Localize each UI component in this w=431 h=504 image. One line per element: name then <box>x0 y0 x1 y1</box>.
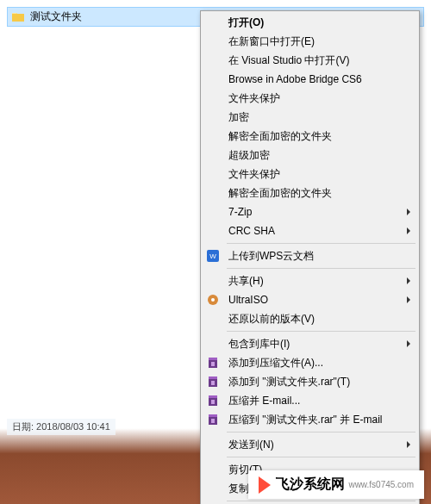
ultraiso-icon <box>206 293 220 307</box>
watermark-url: www.fs0745.com <box>348 480 414 489</box>
rar-icon <box>206 394 220 408</box>
menu-item-label: 发送到(N) <box>228 438 274 451</box>
menu-item-label: 在 Visual Studio 中打开(V) <box>228 53 350 67</box>
menu-item[interactable]: UltraISO <box>203 290 417 309</box>
watermark: 飞沙系统网 www.fs0745.com <box>248 470 424 499</box>
menu-item[interactable]: 共享(H) <box>203 271 417 290</box>
svg-point-3 <box>211 298 215 302</box>
menu-item[interactable]: 加密 <box>203 108 417 127</box>
svg-rect-15 <box>211 419 215 423</box>
svg-rect-8 <box>209 376 217 379</box>
menu-item[interactable]: 发送到(N) <box>203 435 417 454</box>
menu-item-label: 超级加密 <box>228 148 270 162</box>
menu-item[interactable]: 压缩并 E-mail... <box>203 391 417 410</box>
menu-item[interactable]: CRC SHA <box>203 221 417 240</box>
submenu-arrow-icon <box>407 296 410 303</box>
menu-item-label: 打开(O) <box>228 16 264 29</box>
menu-item[interactable]: 文件夹保护 <box>203 89 417 108</box>
menu-item-label: Browse in Adobe Bridge CS6 <box>228 72 362 86</box>
menu-separator <box>227 501 415 501</box>
submenu-arrow-icon <box>407 441 410 448</box>
menu-separator <box>227 243 415 244</box>
menu-item-label: 压缩并 E-mail... <box>228 394 300 408</box>
menu-item-label: 解密全面加密的文件夹 <box>228 186 332 200</box>
menu-item[interactable]: 添加到压缩文件(A)... <box>203 353 417 372</box>
menu-item-label: 添加到 "测试文件夹.rar"(T) <box>228 375 350 389</box>
status-date: 日期: 2018/08/03 10:41 <box>12 421 110 432</box>
menu-item-label: 还原以前的版本(V) <box>228 312 315 326</box>
menu-item[interactable]: 文件夹保护 <box>203 165 417 184</box>
svg-rect-11 <box>209 395 217 398</box>
menu-item-label: 压缩到 "测试文件夹.rar" 并 E-mail <box>228 413 383 426</box>
file-name: 测试文件夹 <box>30 9 203 24</box>
menu-separator <box>227 457 415 457</box>
menu-item[interactable]: 解密全面加密的文件夹 <box>203 184 417 202</box>
wps-icon: W <box>206 249 220 263</box>
svg-rect-6 <box>211 362 215 366</box>
menu-item-label: 添加到压缩文件(A)... <box>228 356 323 370</box>
watermark-brand: 飞沙系统网 <box>276 476 345 494</box>
menu-item-label: 在新窗口中打开(E) <box>228 34 315 48</box>
rar-icon <box>206 356 220 370</box>
svg-rect-14 <box>209 414 217 417</box>
svg-rect-5 <box>209 358 217 360</box>
menu-item-label: 加密 <box>228 110 249 124</box>
folder-icon <box>11 10 25 24</box>
context-menu: 打开(O)在新窗口中打开(E)在 Visual Studio 中打开(V)Bro… <box>200 10 420 504</box>
menu-separator <box>227 331 415 332</box>
menu-item-label: 文件夹保护 <box>228 91 280 105</box>
menu-item-label: 文件夹保护 <box>228 167 280 181</box>
menu-item-label: CRC SHA <box>228 224 275 238</box>
rar-icon <box>206 375 220 389</box>
menu-item[interactable]: 压缩到 "测试文件夹.rar" 并 E-mail <box>203 410 417 429</box>
svg-rect-9 <box>211 381 215 385</box>
svg-rect-12 <box>211 400 215 404</box>
menu-item-label: 解密全面加密的文件夹 <box>228 129 332 143</box>
svg-text:W: W <box>209 252 216 260</box>
menu-item[interactable]: 超级加密 <box>203 146 417 165</box>
menu-separator <box>227 268 415 269</box>
menu-item[interactable]: 打开(O) <box>203 13 417 32</box>
status-bar: 日期: 2018/08/03 10:41 <box>7 419 116 435</box>
menu-item[interactable]: W上传到WPS云文档 <box>203 246 417 265</box>
menu-item[interactable]: 还原以前的版本(V) <box>203 309 417 328</box>
menu-item[interactable]: 添加到 "测试文件夹.rar"(T) <box>203 372 417 391</box>
menu-item[interactable]: Browse in Adobe Bridge CS6 <box>203 70 417 89</box>
submenu-arrow-icon <box>407 277 410 284</box>
menu-item-label: UltraISO <box>228 293 268 307</box>
submenu-arrow-icon <box>407 208 410 215</box>
submenu-arrow-icon <box>407 340 410 347</box>
menu-item-label: 共享(H) <box>228 274 264 288</box>
menu-item[interactable]: 在新窗口中打开(E) <box>203 32 417 51</box>
submenu-arrow-icon <box>407 227 410 234</box>
menu-separator <box>227 432 415 432</box>
menu-item-label: 包含到库中(I) <box>228 337 290 351</box>
menu-item-label: 上传到WPS云文档 <box>228 249 314 263</box>
rar-icon <box>206 413 220 426</box>
watermark-arrow-icon <box>259 476 271 494</box>
menu-item[interactable]: 7-Zip <box>203 202 417 221</box>
menu-item-label: 7-Zip <box>228 205 252 219</box>
menu-item[interactable]: 包含到库中(I) <box>203 334 417 353</box>
menu-item[interactable]: 解密全面加密的文件夹 <box>203 127 417 146</box>
menu-item[interactable]: 在 Visual Studio 中打开(V) <box>203 51 417 70</box>
